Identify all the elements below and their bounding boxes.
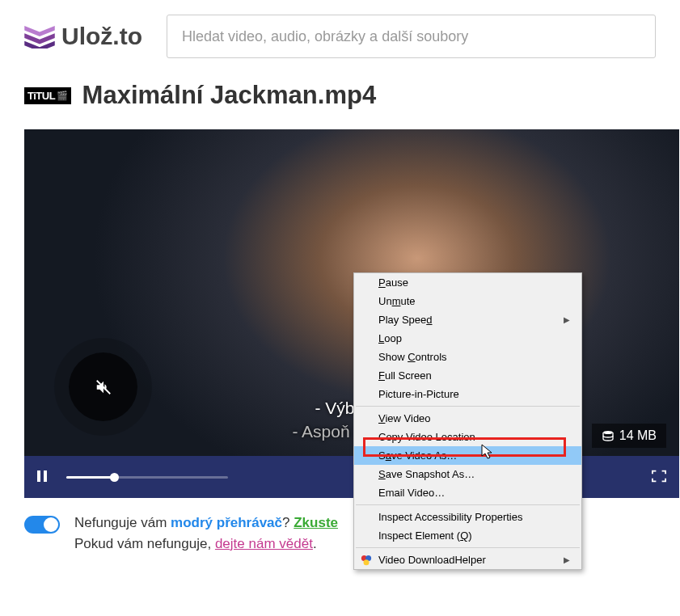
seek-progress	[66, 476, 115, 479]
svg-point-1	[603, 431, 613, 434]
mute-icon	[95, 378, 112, 396]
separator	[356, 406, 580, 407]
mute-button[interactable]	[69, 352, 137, 421]
file-size-badge: 14 MB	[592, 424, 666, 448]
ctx-show-controls[interactable]: Show Controls	[354, 348, 581, 366]
chevron-right-icon: ▶	[564, 315, 570, 324]
ctx-download-helper[interactable]: Video DownloadHelper▶	[354, 551, 581, 569]
ctx-save-snapshot[interactable]: Save Snapshot As…	[354, 465, 581, 483]
title-row: TiTUL🎬 Maximální Jackman.mp4	[24, 81, 656, 110]
ctx-pause[interactable]: Pause	[354, 273, 581, 292]
logo-icon	[24, 24, 55, 49]
logo[interactable]: Ulož.to	[24, 23, 142, 50]
ctx-inspect-element[interactable]: Inspect Element (Q)	[354, 526, 581, 545]
ctx-fullscreen[interactable]: Full Screen	[354, 366, 581, 385]
player-toggle[interactable]	[24, 516, 60, 534]
separator	[356, 547, 580, 548]
logo-text: Ulož.to	[61, 23, 142, 50]
feedback-link[interactable]: dejte nám vědět	[215, 536, 313, 551]
try-link[interactable]: Zkuste	[294, 515, 338, 530]
pause-button[interactable]	[37, 470, 52, 484]
search-wrap	[167, 15, 656, 58]
svg-rect-2	[37, 470, 40, 482]
file-title: Maximální Jackman.mp4	[82, 81, 377, 110]
subtitle-badge: TiTUL🎬	[24, 87, 71, 104]
ctx-pip[interactable]: Picture-in-Picture	[354, 385, 581, 403]
ctx-play-speed[interactable]: Play Speed▶	[354, 310, 581, 329]
pause-icon	[37, 470, 47, 482]
fullscreen-icon	[652, 470, 666, 483]
separator	[356, 504, 580, 505]
blue-player-link[interactable]: modrý přehrávač	[171, 515, 282, 530]
ctx-view-video[interactable]: View Video	[354, 409, 581, 428]
ctx-unmute[interactable]: Unmute	[354, 292, 581, 310]
ctx-copy-location[interactable]: Copy Video Location	[354, 428, 581, 446]
chevron-right-icon: ▶	[564, 555, 570, 564]
footer-text: Nefunguje vám modrý přehrávač? Zkuste Po…	[74, 513, 338, 554]
svg-point-6	[364, 559, 370, 565]
header: Ulož.to	[0, 0, 680, 81]
disk-icon	[602, 429, 615, 442]
ctx-email-video[interactable]: Email Video…	[354, 483, 581, 502]
fullscreen-button[interactable]	[652, 470, 666, 485]
ctx-inspect-a11y[interactable]: Inspect Accessibility Properties	[354, 508, 581, 526]
ctx-save-video-as[interactable]: Save Video As…	[354, 446, 581, 465]
ctx-loop[interactable]: Loop	[354, 329, 581, 348]
search-input[interactable]	[167, 15, 656, 58]
camera-icon: 🎬	[57, 91, 68, 101]
svg-rect-3	[44, 470, 47, 482]
dlhelper-icon	[361, 555, 372, 566]
seek-bar[interactable]	[66, 476, 228, 479]
context-menu: Pause Unmute Play Speed▶ Loop Show Contr…	[353, 272, 582, 570]
